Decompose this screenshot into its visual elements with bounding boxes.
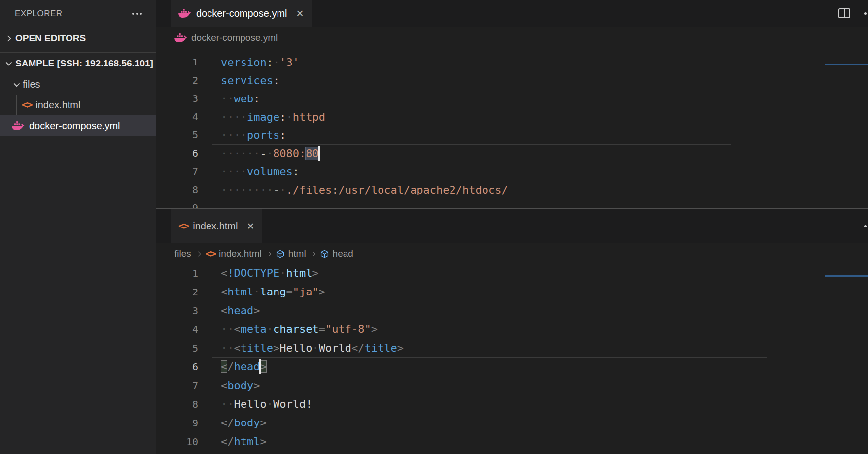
code-line[interactable]: 7<body> [156, 376, 868, 395]
code-token: > [273, 342, 279, 354]
code-editor-yaml[interactable]: 1version:·'3'2services:3··web:4····image… [156, 49, 868, 208]
tab-index-html[interactable]: <> index.html ✕ [171, 209, 262, 243]
code-line[interactable]: 7····volumes: [156, 162, 868, 181]
code-token: Hello [279, 342, 312, 354]
editor-area: docker-compose.yml ✕ docker-compose.yml … [156, 0, 868, 454]
code-token: : [279, 129, 286, 141]
code-line[interactable]: 1<!DOCTYPE·html> [156, 264, 868, 283]
code-token: < [221, 286, 227, 298]
line-text: <!DOCTYPE·html> [221, 264, 319, 283]
code-token: '3' [279, 56, 299, 68]
code-line[interactable]: 2services: [156, 71, 868, 90]
line-number: 5 [156, 126, 198, 144]
open-editors-section[interactable]: OPEN EDITORS [0, 28, 156, 49]
editor-actions-bottom [864, 209, 868, 243]
tree-item-label: docker-compose.yml [29, 120, 120, 131]
code-token: title [241, 342, 273, 354]
line-number: 9 [156, 414, 198, 432]
indent-guide [221, 144, 221, 162]
code-line[interactable]: 3··web: [156, 90, 868, 108]
line-number: 2 [156, 71, 198, 90]
code-token: </ [221, 417, 234, 429]
code-line[interactable]: 5··<title>Hello·World</title> [156, 339, 868, 357]
code-token: image [247, 111, 279, 123]
tab-label: index.html [193, 221, 238, 232]
breadcrumb-label: index.html [219, 248, 262, 259]
code-line[interactable]: 6</head> [156, 357, 868, 376]
code-line[interactable]: 3<head> [156, 301, 868, 320]
code-token: web [234, 93, 254, 105]
whitespace-dots: · [273, 56, 279, 68]
workspace-label: SAMPLE [SSH: 192.168.56.101] [15, 58, 153, 69]
line-text: version:·'3' [221, 53, 299, 71]
html-file-icon: <> [206, 249, 215, 259]
code-line[interactable]: 8········-·./files:/usr/local/apache2/ht… [156, 181, 868, 199]
line-number: 9 [156, 199, 198, 208]
whitespace-dots: ······ [221, 147, 260, 160]
whitespace-dots: · [279, 267, 286, 279]
tree-item-label: index.html [35, 99, 80, 111]
code-token: html [227, 286, 253, 298]
code-token: "ja" [293, 286, 319, 298]
code-token: < [221, 379, 227, 391]
breadcrumb-item[interactable]: head [320, 248, 353, 259]
more-actions-icon[interactable] [864, 12, 867, 15]
whitespace-dots: · [267, 398, 273, 410]
code-line[interactable]: 6······-·8080:80 [156, 144, 868, 162]
close-icon[interactable]: ✕ [246, 222, 254, 231]
line-text: </html> [221, 432, 267, 451]
code-token: html [234, 435, 260, 448]
tab-docker-compose[interactable]: docker-compose.yml ✕ [171, 0, 312, 27]
code-token: meta [241, 323, 267, 335]
text-cursor [318, 146, 320, 161]
whitespace-dots: · [253, 286, 260, 298]
code-line[interactable]: 4····image:·httpd [156, 108, 868, 126]
line-number: 4 [156, 320, 198, 339]
chevron-right-icon [5, 35, 11, 42]
code-token: World! [273, 398, 312, 410]
code-line[interactable]: 2<html·lang="ja"> [156, 283, 868, 301]
line-number: 6 [156, 357, 198, 376]
explorer-sidebar: EXPLORER OPEN EDITORS SAMPLE [SSH: 192.1… [0, 0, 156, 454]
split-editor-icon[interactable] [838, 8, 850, 18]
code-editor-html[interactable]: 1<!DOCTYPE·html>2<html·lang="ja">3<head>… [156, 264, 868, 454]
code-line[interactable]: 9 [156, 199, 868, 208]
tree-item-docker-compose-yml[interactable]: docker-compose.yml [0, 115, 156, 136]
code-line[interactable]: 5····ports: [156, 126, 868, 144]
open-editors-label: OPEN EDITORS [15, 33, 86, 44]
whitespace-dots: ·· [221, 323, 234, 335]
close-icon[interactable]: ✕ [296, 9, 304, 18]
code-line[interactable]: 8··Hello·World! [156, 395, 868, 414]
line-text: ········-·./files:/usr/local/apache2/htd… [221, 181, 508, 199]
workspace-section[interactable]: SAMPLE [SSH: 192.168.56.101] [0, 52, 156, 74]
tree-item-index-html[interactable]: <>index.html [0, 95, 156, 115]
minimap[interactable]: <!DOCTYPE html><html lang="ja"><head> <m… [825, 264, 868, 286]
code-token: : [267, 56, 273, 68]
breadcrumb-item[interactable]: html [276, 248, 306, 259]
breadcrumb-item[interactable]: files [174, 248, 191, 259]
tree-indent-guide [16, 95, 17, 115]
minimap[interactable]: version: '3'services: web: image: httpd … [825, 53, 868, 72]
tree-item-files[interactable]: files [0, 74, 156, 95]
code-line[interactable]: 4··<meta·charset="utf-8"> [156, 320, 868, 339]
breadcrumb-item[interactable]: <>index.html [206, 248, 262, 259]
docker-icon [174, 33, 187, 43]
tab-bar-bottom: <> index.html ✕ [156, 209, 868, 243]
more-actions-icon[interactable] [136, 13, 138, 15]
indent-guide [221, 339, 221, 357]
code-line[interactable]: 10</html> [156, 432, 868, 451]
line-number: 7 [156, 376, 198, 395]
editor-actions-top [838, 0, 868, 27]
line-number: 5 [156, 339, 198, 357]
code-token: "utf-8" [325, 323, 371, 335]
line-text: services: [221, 71, 279, 90]
code-line[interactable]: 9</body> [156, 414, 868, 432]
indent-guide [234, 126, 234, 144]
code-token: > [260, 435, 266, 448]
line-number: 6 [156, 144, 198, 162]
code-line[interactable]: 1version:·'3' [156, 53, 868, 71]
code-token: > [260, 417, 266, 429]
more-actions-icon[interactable] [864, 225, 867, 227]
code-token: : [293, 165, 299, 178]
breadcrumb-item[interactable]: docker-compose.yml [174, 32, 278, 43]
